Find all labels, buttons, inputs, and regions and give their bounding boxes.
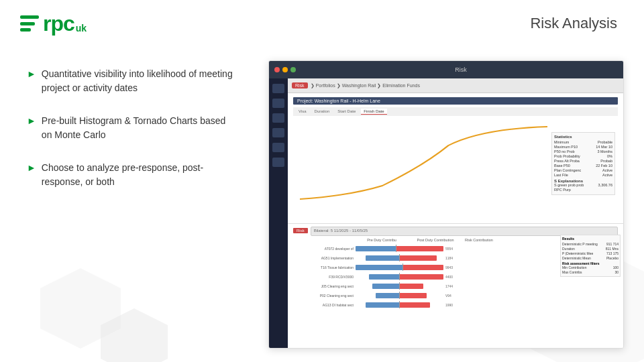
tornado-row-4: J05 Clearing eng sect: [293, 282, 459, 290]
tornado-val-4: 1744: [445, 284, 459, 288]
tornado-label-1: AG51 Implementation: [293, 256, 354, 260]
bullet-item-2: ► Pre-built Histogram & Tornado Charts b…: [27, 114, 235, 142]
histogram-chart: [293, 119, 316, 192]
bullet-arrow-3: ►: [27, 162, 36, 173]
stats-label-6: Plan Contingenc: [554, 168, 581, 172]
app-navbar: Risk ❯ Portfolios ❯ Washington Rail ❯ El…: [288, 78, 623, 93]
bullet-text-1: Quantitative visibility into likelihood …: [42, 67, 235, 95]
stats-label-8: S green prob prob: [554, 183, 584, 187]
chart-lower: Risk Bilateral: 5 11/2025 - 11/05/25 Pre…: [288, 224, 623, 348]
stats-row-2: P50 no Prob 3 Months: [554, 149, 612, 154]
t-bar-pos-0: [396, 246, 443, 251]
sidebar-icon-1: [272, 84, 284, 93]
close-dot: [274, 67, 280, 72]
stats-label-9: RPC Purp: [554, 188, 571, 192]
stats-row-5: Base P50 22 Feb 10: [554, 164, 612, 168]
maximize-dot: [290, 67, 296, 72]
stats-label-3: Prob Probability: [554, 154, 580, 158]
tornado-stats-panel: Results Deterministic P meeting 911 714 …: [560, 235, 621, 277]
stats-panel: Statistics Minimum Probable Maximum P10 …: [551, 132, 615, 195]
logo-line-1: [20, 15, 39, 19]
t-stats-1: Duration 811 Mns: [562, 247, 619, 251]
col-pos-contrib: Post Duty Contribution: [409, 238, 462, 242]
tornado-bars-2: [356, 263, 443, 271]
tornado-bars-1: [356, 254, 443, 261]
app-sidebar: [269, 78, 288, 348]
tornado-row-0: AT072 developer of: [293, 245, 459, 252]
stats-val-8: 3,306.76: [598, 183, 612, 187]
stats-label-4: Press Alt Proba: [554, 159, 580, 163]
app-content: Risk ❯ Portfolios ❯ Washington Rail ❯ El…: [269, 78, 623, 348]
tornado-val-2: 9943: [445, 265, 459, 269]
t-bar-neg-1: [366, 255, 399, 261]
tornado-label-2: T16 Tissue fabrication: [293, 265, 354, 269]
stats-label-0: Minimum: [554, 140, 569, 144]
t-bar-pos-4: [400, 284, 423, 289]
tornado-val-1: 1184: [445, 256, 459, 260]
app-topbar: Risk: [269, 61, 623, 78]
sidebar-icon-4: [272, 128, 284, 137]
tab-start-date[interactable]: Start Date: [335, 109, 358, 115]
logo-line-2: [20, 22, 35, 25]
tornado-label-4: J05 Clearing eng sect: [293, 284, 354, 288]
stats-val-5: 22 Feb 10: [596, 164, 612, 168]
tornado-stats-title: Results: [562, 237, 619, 241]
tornado-val-0: 5554: [445, 247, 459, 251]
stats-val-7: Active: [602, 173, 612, 177]
t-bar-neg-4: [372, 284, 399, 289]
stats-label-7: Last File: [554, 173, 568, 177]
bullet-arrow-1: ►: [27, 68, 36, 79]
stats-row-8: S green prob prob 3,306.76: [554, 183, 612, 187]
tornado-title: Risk: [293, 228, 308, 233]
bullet-item-3: ► Choose to analyze pre-response, post-r…: [27, 161, 235, 189]
chart-upper-title: Project: Washington Rail - H-Helm Lane: [293, 97, 618, 105]
tab-finish-date[interactable]: Finish Date: [361, 109, 386, 115]
histogram-wrapper: Statistics Minimum Probable Maximum P10 …: [293, 119, 618, 206]
stats-row-6: Plan Contingenc Active: [554, 168, 612, 172]
app-topbar-title: Risk: [304, 66, 618, 73]
tab-visa[interactable]: Visa: [296, 109, 309, 115]
stats-row-0: Minimum Probable: [554, 140, 612, 144]
t-stats-4: Min Contribution 100: [562, 265, 619, 269]
t-bar-neg-5: [376, 293, 399, 298]
tornado-bars-5: [356, 292, 443, 299]
stats-label-2: P50 no Prob: [554, 149, 575, 154]
screenshot-mockup: Risk Risk ❯ Portfolios ❯: [268, 60, 624, 349]
stats-label-1: Maximum P10: [554, 145, 578, 149]
tornado-val-3: 4400: [445, 275, 459, 279]
logo: rpcuk: [20, 11, 87, 36]
logo-rpc-text: rpc: [43, 11, 74, 36]
nav-crumb-1: ❯ Portfolios ❯ Washington Rail ❯ Elimina…: [311, 83, 420, 88]
tornado-row-3: F39 RCD/V3000: [293, 273, 459, 280]
bullet-text-2: Pre-built Histogram & Tornado Charts bas…: [42, 114, 235, 142]
scurve-svg: [300, 125, 547, 206]
tornado-chart: AT072 developer of: [293, 245, 459, 308]
tornado-bars-3: [356, 273, 443, 280]
bullet-item-1: ► Quantitative visibility into likelihoo…: [27, 67, 235, 95]
t-stats-2: P (Deterministic Mee 713 175: [562, 251, 619, 255]
tornado-label-0: AT072 developer of: [293, 247, 354, 251]
tornado-row-6: AG13 DI habitat sect: [293, 301, 459, 308]
stats-row-3: Prob Probability 0%: [554, 154, 612, 158]
stats-val-2: 3 Months: [597, 149, 612, 154]
t-stats-0: Deterministic P meeting 911 714: [562, 242, 619, 246]
t-bar-neg-6: [366, 302, 399, 308]
col-risk-contrib: Risk Contribution: [462, 238, 496, 242]
stats-val-0: Probable: [598, 140, 612, 144]
stats-row-7: Last File Active: [554, 173, 612, 177]
sidebar-icon-5: [272, 143, 284, 152]
col-neg-contrib: Pre Duty Contribu: [355, 238, 409, 242]
chart-tabs: Visa Duration Start Date Finish Date: [293, 107, 618, 116]
t-bar-pos-5: [400, 293, 427, 298]
tornado-row-5: P02 Cleaning eng sect: [293, 292, 459, 299]
tornado-val-6: 1990: [445, 303, 459, 307]
tornado-label-3: F39 RCD/V3000: [293, 275, 354, 279]
tornado-main: AT072 developer of: [293, 243, 618, 308]
nav-risk-pill: Risk: [292, 82, 308, 88]
stats-val-1: 14 Mar 10: [596, 145, 612, 149]
chart-upper: Project: Washington Rail - H-Helm Lane V…: [288, 93, 623, 224]
tab-duration[interactable]: Duration: [312, 109, 333, 115]
tornado-row-1: AG51 Implementation: [293, 254, 459, 261]
sidebar-icon-2: [272, 99, 284, 108]
stats-row-4: Press Alt Proba Probab: [554, 159, 612, 163]
